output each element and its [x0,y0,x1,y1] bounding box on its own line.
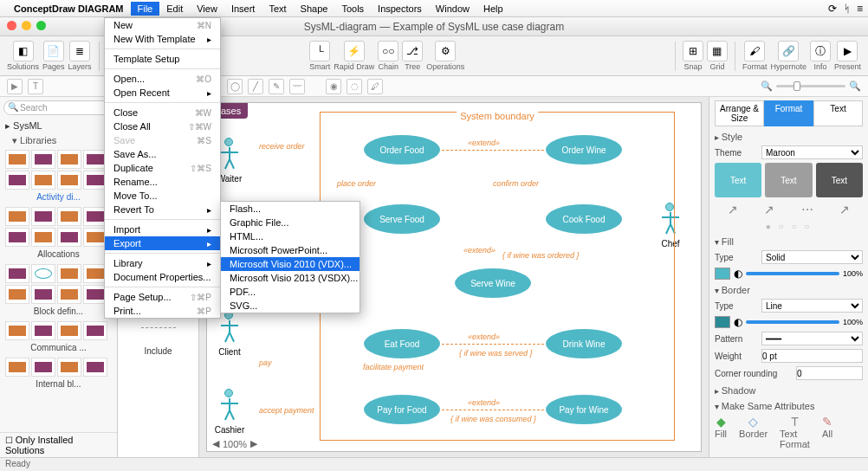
zoom-icon[interactable] [36,21,46,30]
tool-chain[interactable]: ○○Chain [378,41,398,71]
pattern-select[interactable]: ━━━ [761,332,863,345]
menu-edit[interactable]: Edit [159,2,190,16]
style-preset-2[interactable]: Text [765,163,812,197]
window-controls[interactable] [7,21,46,30]
tool-rapid[interactable]: ⚡Rapid Draw [334,41,374,71]
menu-window[interactable]: Window [429,2,476,16]
menu-page-setup[interactable]: Page Setup...⇧⌘P [105,290,220,304]
menu-doc-props[interactable]: Document Properties... [105,270,220,284]
export-graphic[interactable]: Graphic File... [221,216,360,229]
uc-order-food[interactable]: Order Food [364,135,440,165]
menu-revert[interactable]: Revert To [105,203,220,216]
attr-border[interactable]: ◇Border [739,415,768,449]
search-input[interactable]: Search [3,100,113,115]
tree-root[interactable]: ▸ SysML [0,119,117,133]
shape-tool[interactable]: ◯ [227,79,243,94]
actor-cashier[interactable]: Cashier [212,389,247,435]
tool-hypernote[interactable]: 🔗Hypernote [770,41,806,71]
menu-inspectors[interactable]: Inspectors [371,2,429,16]
style-preset-1[interactable]: Text [715,163,761,197]
corner-input[interactable] [796,366,863,380]
only-installed-checkbox[interactable]: ☐ Only Installed Solutions [0,432,117,457]
tool-layers[interactable]: ≣Layers [68,41,92,71]
export-ppt[interactable]: Microsoft PowerPoint... [221,243,360,257]
export-visio-2013[interactable]: Microsoft Visio 2013 (VSDX)... [221,271,360,285]
shadow-section[interactable]: ▸ Shadow [715,385,863,396]
menu-help[interactable]: Help [476,2,510,16]
menu-move-to[interactable]: Move To... [105,189,220,203]
border-color[interactable] [715,316,730,328]
zoom-out-icon[interactable]: 🔍 [761,81,773,92]
text-tool[interactable]: T [28,79,43,94]
tool-info[interactable]: ⓘInfo [810,41,831,71]
tool-format[interactable]: 🖌Format [742,41,768,71]
system-boundary[interactable]: System boundary Order Food Order Wine Se… [320,112,675,441]
menu-file[interactable]: File [131,2,160,16]
arrow-presets[interactable]: ↗↗⋯↗ [715,203,863,216]
tab-text[interactable]: Text [813,100,863,126]
menu-insert[interactable]: Insert [224,2,262,16]
menu-import[interactable]: Import [105,223,220,236]
lib-block[interactable]: Block defin... [3,262,113,316]
menu-rename[interactable]: Rename... [105,175,220,189]
tool-pages[interactable]: 📄Pages [42,41,65,71]
menu-print[interactable]: Print...⌘P [105,304,220,318]
theme-select[interactable]: Maroon [761,145,863,159]
close-icon[interactable] [7,21,16,30]
fill-opacity[interactable] [746,272,839,275]
stroke-tool[interactable]: ◌ [347,79,362,94]
tool-grid[interactable]: ▦Grid [707,41,728,71]
uc-eat-food[interactable]: Eat Food [364,329,440,358]
menu-template-setup[interactable]: Template Setup [105,52,220,66]
export-flash[interactable]: Flash... [221,202,360,216]
border-opacity[interactable] [746,320,839,324]
menu-new[interactable]: New⌘N [105,18,220,32]
fill-color[interactable] [715,268,730,280]
export-html[interactable]: HTML... [221,229,360,243]
uc-order-wine[interactable]: Order Wine [546,135,622,165]
weight-input[interactable] [761,349,863,363]
uc-serve-wine[interactable]: Serve Wine [455,268,531,298]
curve-tool[interactable]: 〰 [289,79,305,94]
uc-pay-wine[interactable]: Pay for Wine [546,395,622,424]
menu-view[interactable]: View [190,2,224,16]
menu-text[interactable]: Text [262,2,293,16]
border-type-select[interactable]: Line [761,299,863,313]
uc-drink-wine[interactable]: Drink Wine [546,329,622,358]
pen-tool[interactable]: ✎ [269,79,284,94]
menu-duplicate[interactable]: Duplicate⇧⌘S [105,161,220,175]
menu-close-all[interactable]: Close All⇧⌘W [105,119,220,133]
minimize-icon[interactable] [22,21,31,30]
tab-format[interactable]: Format [764,100,813,126]
tool-smart[interactable]: └Smart [309,41,330,71]
line-tool[interactable]: ╱ [248,79,263,94]
menu-library[interactable]: Library [105,256,220,270]
tree-libraries[interactable]: ▾ Libraries [0,133,117,148]
export-pdf[interactable]: PDF... [221,285,360,299]
attr-all[interactable]: ✎All [822,415,832,449]
fill-type-select[interactable]: Solid [761,250,863,264]
menu-tools[interactable]: Tools [334,2,371,16]
attr-text[interactable]: TText Format [780,415,810,449]
tab-arrange[interactable]: Arrange & Size [715,100,764,126]
lib-activity[interactable]: Activity di... [3,148,113,202]
uc-cook-food[interactable]: Cook Food [546,204,622,234]
menu-new-template[interactable]: New With Template [105,32,220,46]
menu-save-as[interactable]: Save As... [105,147,220,161]
lib-comm[interactable]: Communica ... [3,319,113,352]
uc-serve-food[interactable]: Serve Food [364,204,440,234]
tool-snap[interactable]: ⊞Snap [683,41,703,71]
lib-internal[interactable]: Internal bl... [3,356,113,389]
attr-fill[interactable]: ◆Fill [715,415,727,449]
menu-export[interactable]: Export [105,236,220,250]
export-svg[interactable]: SVG... [221,299,360,313]
tool-ops[interactable]: ⚙Operations [426,41,464,71]
fill-tool[interactable]: ◉ [326,79,341,94]
menu-open-recent[interactable]: Open Recent [105,86,220,100]
tool-tree[interactable]: ⎇Tree [402,41,423,71]
menu-close[interactable]: Close⌘W [105,106,220,119]
brush-tool[interactable]: 🖊 [367,79,383,94]
uc-pay-food[interactable]: Pay for Food [364,395,440,424]
tool-present[interactable]: ▶Present [834,41,861,71]
menu-shape[interactable]: Shape [294,2,335,16]
